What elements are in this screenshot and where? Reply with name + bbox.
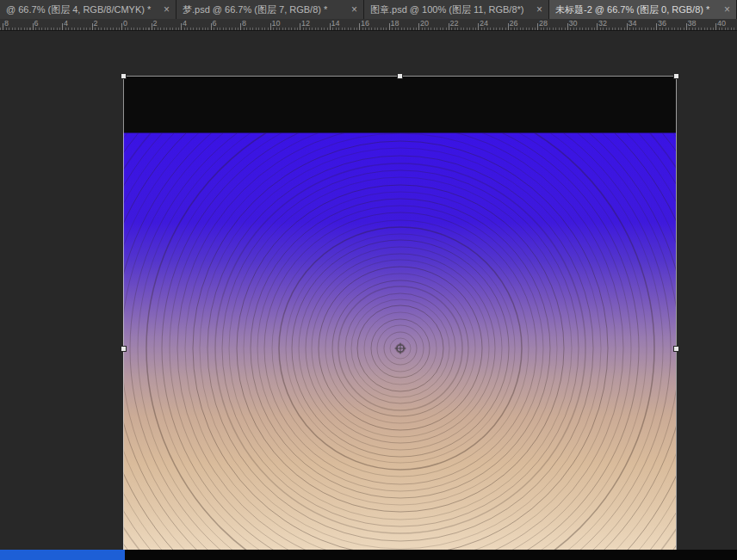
ruler-unit-label: 20: [420, 19, 429, 28]
ruler-major-tick: [418, 23, 419, 30]
ruler-major-tick: [181, 23, 182, 30]
ruler-unit-label: 32: [598, 19, 607, 28]
transform-handle-top-right[interactable]: [673, 73, 679, 79]
ruler-major-tick: [152, 23, 152, 30]
ruler-unit-label: 18: [391, 19, 399, 28]
ruler-major-tick: [449, 23, 449, 30]
transform-border-right: [676, 76, 677, 551]
ruler-major-tick: [715, 23, 716, 30]
transform-reference-point-icon[interactable]: [393, 341, 408, 356]
document-canvas[interactable]: [123, 76, 676, 551]
ruler-unit-label: 26: [510, 19, 518, 28]
ruler-unit-label: 14: [331, 19, 340, 28]
close-icon[interactable]: ×: [351, 4, 357, 15]
ruler-major-tick: [3, 23, 3, 30]
ruler-major-tick: [656, 23, 657, 30]
ruler-major-tick: [211, 23, 212, 30]
close-icon[interactable]: ×: [164, 4, 170, 15]
ruler-major-tick: [33, 23, 34, 30]
ruler-major-tick: [478, 23, 479, 30]
document-tab[interactable]: @ 66.7% (图层 4, RGB/8/CMYK) * ×: [0, 0, 177, 19]
document-tabbar: @ 66.7% (图层 4, RGB/8/CMYK) * × 梦.psd @ 6…: [0, 0, 737, 19]
ruler-major-tick: [508, 23, 509, 30]
taskbar-strip[interactable]: [125, 550, 737, 560]
ruler-major-tick: [121, 23, 122, 30]
ruler-unit-label: 24: [480, 19, 488, 28]
document-tab-active[interactable]: 未标题-2 @ 66.7% (图层 0, RGB/8) * ×: [549, 0, 737, 19]
ruler-unit-label: 10: [272, 19, 281, 28]
ruler-unit-label: 12: [301, 19, 310, 28]
ruler-unit-label: 36: [658, 19, 666, 28]
ruler-unit-label: 38: [688, 19, 697, 28]
ruler-major-tick: [359, 23, 360, 30]
ruler-unit-label: 8: [242, 19, 246, 28]
horizontal-ruler[interactable]: 8642024681012141618202224262830323436384…: [0, 19, 737, 31]
document-tab[interactable]: 图章.psd @ 100% (图层 11, RGB/8*) ×: [364, 0, 549, 19]
ruler-major-tick: [686, 23, 687, 30]
ruler-major-tick: [240, 23, 241, 30]
ruler-unit-label: 28: [539, 19, 548, 28]
ruler-major-tick: [270, 23, 271, 30]
ruler-major-tick: [567, 23, 568, 30]
close-icon[interactable]: ×: [724, 4, 730, 15]
ruler-major-tick: [300, 23, 300, 30]
ruler-unit-label: 22: [450, 19, 459, 28]
transform-border-left: [123, 76, 124, 551]
ruler-unit-label: 40: [717, 19, 726, 28]
tab-title: 未标题-2 @ 66.7% (图层 0, RGB/8) *: [555, 3, 718, 16]
tab-title: @ 66.7% (图层 4, RGB/8/CMYK) *: [6, 3, 158, 16]
ruler-major-tick: [92, 23, 93, 30]
ruler-unit-label: 30: [569, 19, 578, 28]
ruler-unit-label: 0: [123, 19, 127, 28]
ruler-unit-label: 8: [4, 19, 9, 28]
ruler-unit-label: 16: [361, 19, 369, 28]
ruler-major-tick: [597, 23, 598, 30]
ruler-major-tick: [62, 23, 63, 30]
ruler-unit-label: 6: [213, 19, 217, 28]
tab-title: 梦.psd @ 66.7% (图层 7, RGB/8) *: [183, 3, 345, 16]
transform-handle-middle-left[interactable]: [121, 346, 127, 352]
ruler-unit-label: 2: [153, 19, 158, 28]
ruler-major-tick: [330, 23, 331, 30]
ruler-major-tick: [537, 23, 538, 30]
tab-title: 图章.psd @ 100% (图层 11, RGB/8*): [370, 3, 530, 16]
ruler-unit-label: 6: [34, 19, 39, 28]
document-tab[interactable]: 梦.psd @ 66.7% (图层 7, RGB/8) * ×: [177, 0, 364, 19]
transform-handle-top-center[interactable]: [397, 73, 403, 79]
bottom-taskbar: [0, 550, 737, 560]
transform-handle-top-left[interactable]: [121, 73, 127, 79]
ruler-unit-label: 2: [94, 19, 98, 28]
concentric-rings-artwork: [123, 76, 676, 551]
ruler-major-tick: [389, 23, 390, 30]
transform-handle-middle-right[interactable]: [673, 346, 679, 352]
ruler-unit-label: 4: [64, 19, 68, 28]
ruler-major-tick: [627, 23, 628, 30]
taskbar-active-segment[interactable]: [0, 550, 125, 560]
ruler-unit-label: 4: [183, 19, 187, 28]
close-icon[interactable]: ×: [536, 4, 542, 15]
ruler-unit-label: 34: [629, 19, 637, 28]
